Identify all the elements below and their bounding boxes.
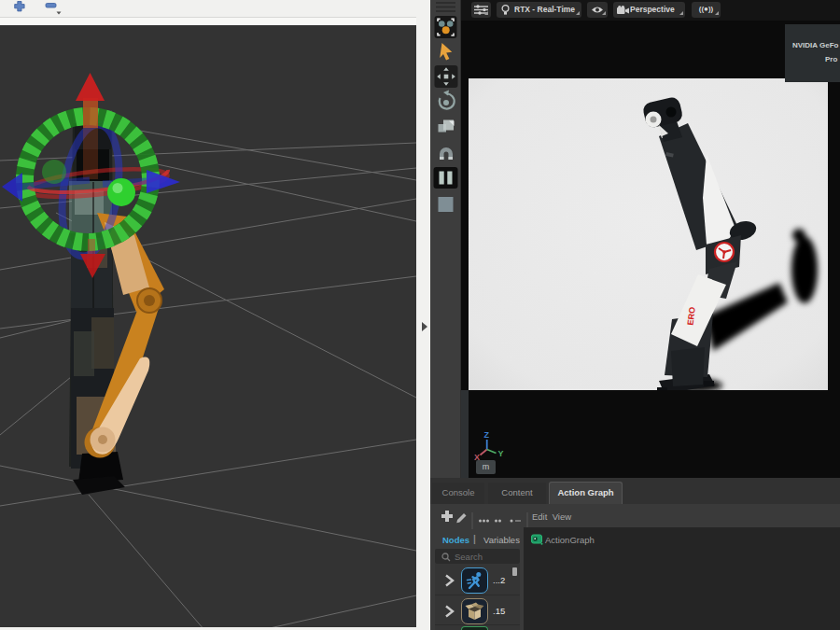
svg-text:Z: Z — [484, 430, 490, 440]
svg-text:Y: Y — [498, 449, 504, 458]
